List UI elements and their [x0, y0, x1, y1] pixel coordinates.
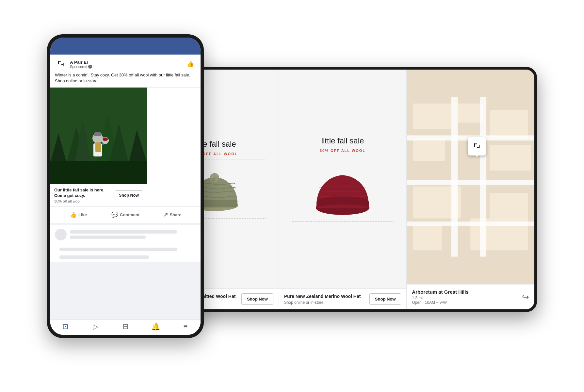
desktop-sale-title-2: little fall sale	[321, 136, 364, 145]
svg-rect-26	[479, 145, 480, 148]
svg-rect-14	[490, 193, 528, 221]
thumbsup-icon: 👍	[70, 211, 77, 218]
desktop-map-pin	[468, 137, 486, 155]
desktop-dotted-bottom-2	[292, 221, 394, 222]
map-roads-svg	[407, 70, 534, 284]
svg-rect-40	[50, 161, 147, 184]
menu-nav-icon: ≡	[184, 322, 188, 331]
svg-rect-31	[63, 63, 64, 66]
comment-label: Comment	[120, 212, 139, 217]
phone-mockup: A Pair El Sponsored i 👍 Winter is a comi…	[47, 34, 204, 338]
nav-menu-item[interactable]: ≡	[170, 322, 201, 331]
comment-icon: 💬	[111, 211, 118, 218]
desktop-carousel: little fall sale 30% OFF ALL WOOL	[151, 70, 534, 309]
skeleton-loader	[50, 223, 201, 244]
share-icon: ↗	[163, 211, 168, 218]
svg-rect-11	[413, 139, 445, 161]
sponsored-text: Sponsored	[70, 65, 87, 69]
desktop-panel: little fall sale 30% OFF ALL WOOL	[148, 67, 537, 312]
desktop-sale-subtitle-2: 30% OFF ALL WOOL	[320, 149, 365, 153]
desktop-map-footer: Arboretum at Great Hills 1.3 mi Open · 1…	[407, 284, 534, 309]
scene: little fall sale 30% OFF ALL WOOL	[47, 24, 537, 368]
red-hat-large-icon	[310, 159, 375, 218]
phone-card-main: Our little fall sale is here. Come get c…	[50, 88, 147, 206]
svg-rect-43	[94, 132, 102, 136]
share-action-btn[interactable]: ↗ Share	[149, 209, 196, 221]
svg-point-3	[210, 174, 214, 178]
phone-card-main-image	[50, 88, 147, 184]
like-action-btn[interactable]: 👍 Like	[55, 209, 102, 221]
desktop-store-info: Arboretum at Great Hills 1.3 mi Open · 1…	[412, 289, 468, 305]
like-label: Like	[78, 212, 87, 217]
facebook-topbar	[50, 38, 201, 55]
svg-rect-18	[480, 97, 487, 256]
phone-shop-now-btn-main[interactable]: Shop Now	[115, 190, 143, 200]
brand-avatar	[55, 58, 67, 70]
desktop-card-2-footer: Pure New Zealand Merino Wool Hat Shop on…	[279, 288, 407, 309]
ad-header: A Pair El Sponsored i 👍	[50, 55, 201, 72]
directions-arrow-icon[interactable]: ↪	[522, 292, 529, 302]
desktop-product-info-2: Pure New Zealand Merino Wool Hat Shop on…	[284, 293, 361, 305]
svg-rect-29	[58, 61, 59, 64]
skeleton-rect-2	[59, 255, 149, 259]
desktop-store-name: Arboretum at Great Hills	[412, 289, 468, 295]
distance-label: 1.3 mi	[412, 296, 423, 300]
skeleton-avatar	[55, 229, 67, 240]
svg-rect-24	[474, 143, 475, 147]
desktop-store-distance: 1.3 mi Open · 10AM – 9PM	[412, 296, 468, 305]
spacer	[50, 262, 201, 319]
desktop-dotted-top-2	[292, 156, 394, 156]
home-nav-icon: ⊡	[62, 322, 68, 331]
skeleton-lines	[70, 230, 196, 239]
brand-logo-icon	[57, 60, 65, 68]
brand-name: A Pair El	[70, 60, 182, 65]
ad-card: A Pair El Sponsored i 👍 Winter is a comi…	[50, 55, 201, 335]
svg-rect-10	[490, 110, 528, 139]
verified-shield-icon: i	[88, 65, 92, 69]
svg-point-4	[215, 173, 218, 177]
desktop-product-title-2: Pure New Zealand Merino Wool Hat	[284, 293, 361, 299]
svg-point-5	[212, 178, 215, 181]
marketplace-nav-icon: ⊟	[122, 322, 128, 331]
phone-card-main-subtitle: 30% off all wool	[54, 199, 112, 203]
svg-rect-15	[413, 225, 442, 250]
comment-action-btn[interactable]: 💬 Comment	[102, 209, 149, 221]
desktop-shop-now-btn-1[interactable]: Shop Now	[241, 293, 273, 305]
svg-rect-17	[451, 97, 458, 256]
hours-label: Open · 10AM – 9PM	[412, 300, 447, 305]
phone-card-main-footer: Our little fall sale is here. Come get c…	[50, 184, 147, 206]
svg-rect-47	[102, 142, 104, 145]
ad-body-text: Winter is a comin'. Stay cozy. Get 30% o…	[50, 72, 201, 87]
phone-carousel-strip: Our little fall sale is here. Come get c…	[50, 87, 201, 206]
skeleton-line-2	[70, 236, 146, 239]
svg-rect-21	[407, 221, 534, 226]
phone-card-main-text: Our little fall sale is here. Come get c…	[54, 188, 112, 203]
ad-meta: A Pair El Sponsored i	[70, 60, 182, 69]
svg-rect-45	[95, 142, 101, 152]
desktop-card-map: Arboretum at Great Hills 1.3 mi Open · 1…	[407, 70, 534, 309]
video-nav-icon: ▷	[93, 322, 98, 331]
bell-nav-icon: 🔔	[151, 322, 160, 331]
sponsored-label: Sponsored i	[70, 65, 182, 69]
brand-pin-icon	[471, 141, 482, 152]
nav-home-item[interactable]: ⊡	[50, 322, 80, 331]
phone-action-bar: 👍 Like 💬 Comment ↗ Share	[50, 206, 201, 223]
svg-rect-12	[490, 145, 531, 171]
desktop-product-sub-2: Shop online or in-store.	[284, 300, 361, 305]
phone-card-main-title: Our little fall sale is here. Come get c…	[54, 188, 112, 199]
skeleton-rect-1	[59, 248, 177, 251]
nav-marketplace-item[interactable]: ⊟	[110, 322, 140, 331]
desktop-shop-now-btn-2[interactable]: Shop Now	[369, 293, 401, 305]
desktop-map-image	[407, 70, 534, 284]
nav-video-item[interactable]: ▷	[80, 322, 110, 331]
svg-rect-48	[103, 138, 108, 141]
nav-notifications-item[interactable]: 🔔	[140, 322, 170, 331]
desktop-card-2: little fall sale 30% OFF ALL WOOL	[279, 70, 407, 309]
hiking-scene-icon	[50, 88, 147, 184]
share-label: Share	[170, 212, 181, 217]
svg-rect-9	[458, 104, 483, 123]
like-icon[interactable]: 👍	[185, 58, 196, 70]
svg-rect-8	[413, 104, 451, 129]
desktop-card-2-image: little fall sale 30% OFF ALL WOOL	[279, 70, 407, 288]
skeleton-rects	[50, 244, 201, 262]
